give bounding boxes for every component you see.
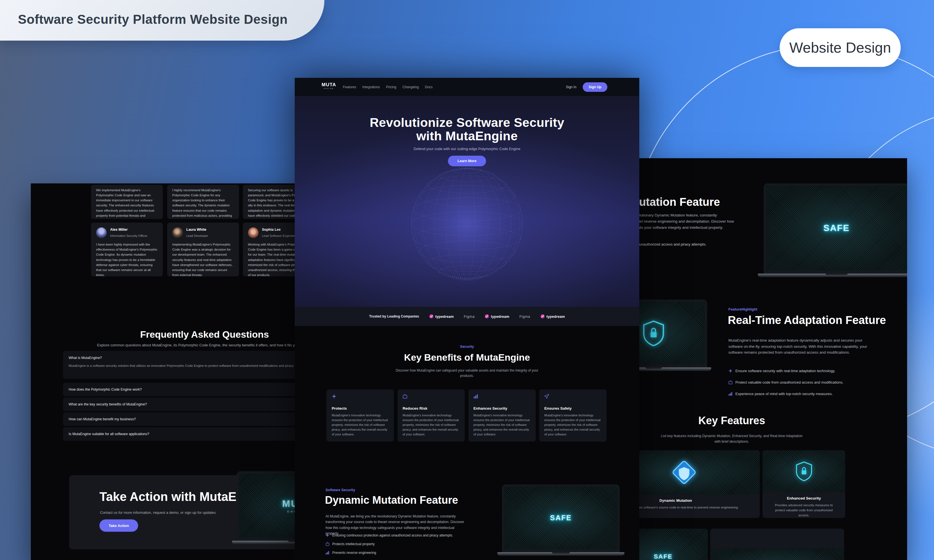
figma-logo: Figma [519,314,530,318]
person-role: Information Security Officer [110,234,147,238]
rt-eyebrow: FeatureHighlight [728,307,757,311]
nav-link-docs[interactable]: Docs [425,85,433,89]
feature-bullet: Protects intellectual property [325,542,375,546]
person-name: Sophia Lee [262,227,295,233]
key-feature-card: Dynamic Mutation Dynamically mutates sof… [639,450,760,518]
key-features-subtitle: List key features including Dynamic Muta… [659,433,805,445]
laptop-screen-text: SAFE [823,223,849,233]
figma-logo: Figma [464,314,475,318]
rt-bullet: Ensure software security with real-time … [728,369,835,373]
sphere-graphic [408,165,526,283]
navbar: MUTA ENGINE Features Integrations Pricin… [295,78,639,96]
faq-question[interactable]: How can MutaEngine benefit my business? [69,417,136,421]
benefit-body: MutaEngine's innovative technology ensur… [473,413,530,437]
laptop-screen-text: SAFE [550,514,572,522]
shield-lock-icon [641,320,666,347]
sign-in-link[interactable]: Sign In [566,85,576,89]
testimonial-quote-card: We implemented MutaEngine's Polymorphic … [91,185,163,219]
key-feature-text: Dynamically mutates software's source co… [639,505,760,510]
benefit-body: MutaEngine's innovative technology ensur… [544,413,601,437]
benefit-card: Enhances Security MutaEngine's innovativ… [469,389,536,442]
hero-subtitle: Defend your code with our cutting-edge P… [295,147,639,151]
feature-eyebrow: Software Security [325,488,355,492]
rt-body: MutaEngine's real-time adaptation featur… [728,337,875,355]
feature-title: Dynamic Mutation Feature [325,494,458,506]
key-feature-card: Enhanced Security Provides advanced secu… [763,450,845,518]
nav-link-integrations[interactable]: Integrations [362,85,380,89]
take-action-button[interactable]: Take Action [99,519,138,532]
diamond-lock-icon [667,455,701,489]
benefit-title: Enhances Security [473,406,530,411]
export-box-icon [325,542,330,546]
key-feature-title: Enhanced Security [763,496,845,500]
benefit-title: Protects [332,406,389,411]
rt-bullet: Protect valuable code from unauthorized … [728,380,843,385]
person-name: Alex Miller [110,227,147,233]
right-screenshot-panel: Dynamic Mutation Feature At MutaEngine, … [639,158,907,560]
faq-question[interactable]: How does the Polymorphic Code Engine wor… [69,388,142,391]
testimonial-text: Implementing MutaEngine's Polymorphic Co… [172,243,233,276]
feature-body-line: this cutting-edge technology safeguards … [639,225,723,229]
benefit-card: Ensures Safety MutaEngine's innovative t… [539,389,607,442]
feature-body-line: At MutaEngine, we bring you the revoluti… [639,213,717,217]
faq-question[interactable]: Is MutaEngine suitable for all software … [69,432,150,436]
faq-question[interactable]: What are the key security benefits of Mu… [69,402,147,406]
category-label: Website Design [789,39,891,56]
safe-laptop-mockup: SAFE [764,183,907,277]
shield-lock-icon [795,461,813,482]
testimonial-text: I highly recommend MutaEngine's Polymorp… [172,188,232,219]
nav-link-changelog[interactable]: Changelog [402,85,419,89]
benefit-body: MutaEngine's innovative technology ensur… [402,413,460,437]
hero-title-line1: Revolutionize Software Security [295,115,639,130]
person-role: Lead Developer [186,234,208,238]
key-feature-title: Dynamic Mutation [639,498,760,503]
export-box-icon [402,394,460,399]
sparkle-icon [728,369,732,373]
avatar [172,228,183,238]
testimonial-quote-card: I highly recommend MutaEngine's Polymorp… [167,185,239,219]
paper-plane-icon [544,394,601,399]
avatar [248,228,259,238]
nav-links: Features Integrations Pricing Changelog … [343,78,433,96]
title-banner: Software Security Platform Website Desig… [0,0,324,41]
hero-section: Revolutionize Software Security with Mut… [295,96,639,307]
benefit-card: Protects MutaEngine's innovative technol… [327,389,394,442]
feature-bullet: Prevents reverse engineering [325,551,376,555]
sparkle-icon [332,394,389,399]
sign-up-button[interactable]: Sign Up [583,82,607,92]
rt-bullet: Experience peace of mind with top-notch … [728,392,833,396]
bar-chart-icon [473,394,530,399]
typedream-icon [429,314,434,318]
testimonial-person-card: Laura White Lead Developer Implementing … [167,223,239,276]
feature-title-clipped: Dynamic Mutation Feature [639,196,720,208]
nav-link-pricing[interactable]: Pricing [386,85,396,89]
typedream-icon [540,314,545,318]
benefits-title: Key Benefits of MutaEngine [295,352,639,363]
typedream-icon [485,314,489,318]
design-canvas: Software Security Platform Website Desig… [0,0,934,560]
benefits-eyebrow: Security [295,345,639,349]
key-feature-card-partial: SAFE [639,529,708,560]
benefit-title: Ensures Safety [544,406,601,411]
cta-subtitle: Contact us for more information, request… [100,511,217,515]
export-box-icon [728,380,732,385]
testimonial-person-card: Alex Miller Information Security Officer… [91,223,163,276]
key-feature-card-partial [710,529,844,560]
person-name: Laura White [186,227,208,233]
benefit-body: MutaEngine's innovative technology ensur… [332,413,389,437]
nav-link-features[interactable]: Features [343,85,356,89]
feature-bullet: Ensuring continuous protection against u… [325,534,453,537]
muta-logo[interactable]: MUTA ENGINE [322,82,336,89]
trusted-label: Trusted by Leading Companies [369,314,419,318]
showcase-title: Software Security Platform Website Desig… [18,12,288,27]
center-screenshot-panel: MUTA ENGINE Features Integrations Pricin… [295,78,639,560]
trusted-strip: Trusted by Leading Companies typedream F… [295,307,639,326]
testimonial-text: We implemented MutaEngine's Polymorphic … [96,188,154,219]
benefit-card: Reduces Risk MutaEngine's innovative tec… [398,389,465,442]
bar-chart-icon [325,551,330,555]
typedream-logo: typedream [485,314,509,318]
testimonial-text: I have been highly impressed with the ef… [96,243,157,276]
hero-title-line2: with MutaEngine [295,129,639,143]
matrix-screen-text: SAFE [654,553,673,560]
benefit-title: Reduces Risk [402,406,460,411]
